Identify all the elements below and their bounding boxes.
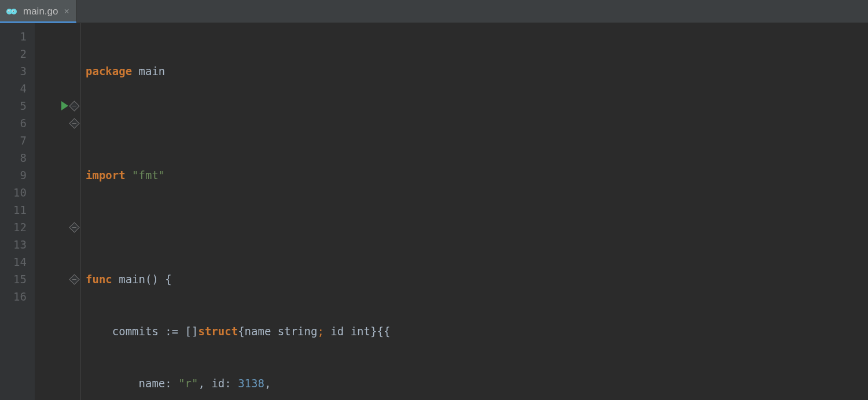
line-number: 12 [0,218,27,236]
gutter-markers [35,23,81,400]
line-number: 9 [0,166,27,184]
fold-icon[interactable] [69,274,79,284]
go-file-icon [6,7,17,16]
code-line: import "fmt" [86,166,868,184]
line-number: 16 [0,288,27,305]
fold-icon[interactable] [69,118,79,128]
tab-filename: main.go [23,6,58,17]
line-number: 4 [0,80,27,97]
tab-main-go[interactable]: main.go × [0,0,77,23]
line-number-gutter: 1 2 3 4 5 6 7 8 9 10 11 12 13 14 15 16 [0,23,35,400]
close-icon[interactable]: × [64,7,69,16]
code-line [86,218,868,236]
svg-point-5 [13,10,14,12]
fold-icon[interactable] [69,222,79,232]
line-number: 3 [0,62,27,80]
code-line: name: "r", id: 3138, [86,375,868,392]
code-line: func main() { [86,271,868,288]
code-line [86,114,868,132]
run-icon[interactable] [61,101,68,110]
code-line: commits := []struct{name string; id int}… [86,323,868,340]
svg-point-4 [9,10,10,12]
line-number: 15 [0,271,27,288]
tab-bar: main.go × [0,0,868,23]
line-number: 5 [0,97,27,114]
line-number: 7 [0,132,27,149]
line-number: 2 [0,45,27,62]
line-number: 14 [0,253,27,271]
code-area[interactable]: package main import "fmt" func main() { … [81,23,868,400]
line-number: 10 [0,184,27,201]
editor[interactable]: 1 2 3 4 5 6 7 8 9 10 11 12 13 14 15 16 [0,23,868,400]
line-number: 13 [0,236,27,253]
fold-icon[interactable] [69,101,79,111]
line-number: 1 [0,28,27,45]
code-line: package main [86,62,868,80]
line-number: 8 [0,149,27,166]
line-number: 6 [0,114,27,132]
line-number: 11 [0,201,27,218]
